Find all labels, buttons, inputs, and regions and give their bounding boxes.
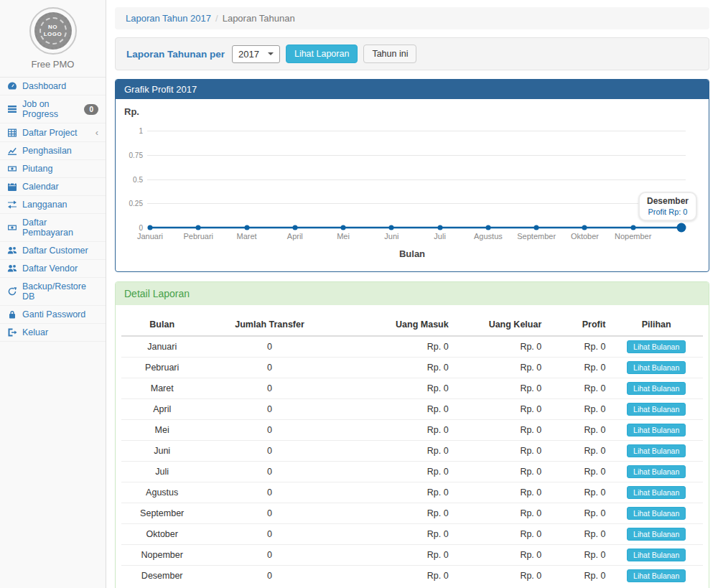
sidebar-item-label: Daftar Customer: [22, 246, 88, 256]
lihat-bulanan-button[interactable]: Lihat Bulanan: [627, 403, 686, 416]
cell-pilihan: Lihat Bulanan: [610, 545, 703, 566]
breadcrumb-link-laporan-tahun[interactable]: Laporan Tahun 2017: [126, 13, 211, 24]
chart-point-pebruari[interactable]: [196, 225, 201, 230]
cell-uang-keluar: Rp. 0: [453, 545, 546, 566]
cell-uang-keluar: Rp. 0: [453, 420, 546, 441]
lihat-bulanan-button[interactable]: Lihat Bulanan: [627, 382, 686, 395]
cell-profit: Rp. 0: [546, 378, 610, 399]
detail-laporan-panel-title: Detail Laporan: [116, 282, 709, 305]
sidebar-item-calendar[interactable]: Calendar: [0, 178, 106, 196]
lihat-bulanan-button[interactable]: Lihat Bulanan: [627, 569, 686, 582]
cell-pilihan: Lihat Bulanan: [610, 358, 703, 378]
chart-point-september[interactable]: [534, 225, 539, 230]
col-bulan: Bulan: [121, 314, 202, 336]
lihat-bulanan-button[interactable]: Lihat Bulanan: [627, 444, 686, 457]
sidebar-item-daftar-vendor[interactable]: Daftar Vendor: [0, 260, 106, 278]
cell-jumlah-transfer: 0: [202, 378, 336, 399]
cell-pilihan: Lihat Bulanan: [610, 503, 703, 524]
sidebar-item-label: Penghasilan: [22, 146, 72, 156]
cell-pilihan: Lihat Bulanan: [610, 441, 703, 462]
cell-pilihan: Lihat Bulanan: [610, 378, 703, 399]
cell-uang-masuk: Rp. 0: [337, 336, 453, 358]
chart-x-tick: Oktober: [571, 232, 599, 241]
sidebar-item-daftar-pembayaran[interactable]: Daftar Pembayaran: [0, 214, 106, 242]
chart-x-tick: Pebruari: [183, 232, 213, 241]
table-row: Nopember0Rp. 0Rp. 0Rp. 0Lihat Bulanan: [121, 545, 703, 566]
cell-bulan: Januari: [121, 336, 202, 358]
chart-point-maret[interactable]: [244, 225, 249, 230]
sidebar-item-label: Calendar: [22, 182, 59, 192]
chart-tooltip-value: Profit Rp: 0: [647, 207, 689, 216]
cell-jumlah-transfer: 0: [202, 441, 336, 462]
sidebar-item-label: Langganan: [22, 200, 67, 210]
cell-jumlah-transfer: 0: [202, 503, 336, 524]
chart-tooltip-title: Desember: [647, 196, 689, 206]
cell-uang-keluar: Rp. 0: [453, 378, 546, 399]
chart-point-agustus[interactable]: [485, 225, 490, 230]
cell-bulan: Mei: [121, 420, 202, 441]
chart-point-januari[interactable]: [148, 225, 153, 230]
dashboard-icon: [7, 81, 17, 91]
lihat-bulanan-button[interactable]: Lihat Bulanan: [627, 340, 686, 353]
chart-point-desember[interactable]: [677, 223, 686, 233]
lihat-bulanan-button[interactable]: Lihat Bulanan: [627, 549, 686, 561]
year-select-value: 2017: [238, 49, 259, 60]
sidebar-item-daftar-customer[interactable]: Daftar Customer: [0, 242, 106, 260]
table-row: Desember0Rp. 0Rp. 0Rp. 0Lihat Bulanan: [121, 566, 703, 587]
money-icon: [7, 223, 17, 233]
cell-uang-keluar: Rp. 0: [453, 358, 546, 378]
lihat-bulanan-button[interactable]: Lihat Bulanan: [627, 528, 686, 541]
chart-gridline: [147, 131, 686, 131]
table-row: Juli0Rp. 0Rp. 0Rp. 0Lihat Bulanan: [121, 462, 703, 482]
sidebar-item-backup-restore-db[interactable]: Backup/Restore DB: [0, 278, 106, 306]
sidebar-item-ganti-password[interactable]: Ganti Password: [0, 306, 106, 324]
sidebar-item-label: Piutang: [22, 164, 52, 174]
chart-x-axis-label: Bulan: [399, 248, 425, 259]
grafik-profit-panel-title: Grafik Profit 2017: [116, 80, 709, 99]
lihat-bulanan-button[interactable]: Lihat Bulanan: [627, 486, 686, 499]
lihat-bulanan-button[interactable]: Lihat Bulanan: [627, 424, 686, 437]
cell-uang-masuk: Rp. 0: [337, 441, 453, 462]
lihat-bulanan-button[interactable]: Lihat Bulanan: [627, 465, 686, 478]
sidebar-item-penghasilan[interactable]: Penghasilan: [0, 142, 106, 160]
chart-gridline: [147, 155, 686, 156]
cell-jumlah-transfer: 0: [202, 482, 336, 503]
chart-point-juni[interactable]: [389, 225, 394, 230]
chart-y-tick: 1: [121, 127, 143, 135]
tahun-ini-button[interactable]: Tahun ini: [363, 45, 416, 63]
table-row: Mei0Rp. 0Rp. 0Rp. 0Lihat Bulanan: [121, 420, 703, 441]
sidebar-menu: Dashboard Job on Progress 0 Daftar Proje…: [0, 78, 106, 342]
lock-icon: [7, 309, 17, 319]
sidebar-item-dashboard[interactable]: Dashboard: [0, 78, 106, 95]
lihat-bulanan-button[interactable]: Lihat Bulanan: [627, 361, 686, 374]
sidebar-item-daftar-project[interactable]: Daftar Project ‹: [0, 123, 106, 142]
lihat-bulanan-button[interactable]: Lihat Bulanan: [627, 507, 686, 520]
chart-point-oktober[interactable]: [582, 225, 587, 230]
sidebar-item-job-on-progress[interactable]: Job on Progress 0: [0, 95, 106, 123]
year-select[interactable]: 2017: [232, 45, 280, 63]
chart-y-tick: 0.25: [121, 200, 143, 207]
chart-point-mei[interactable]: [341, 225, 346, 230]
chart-point-juli[interactable]: [437, 225, 442, 230]
cell-pilihan: Lihat Bulanan: [610, 524, 703, 545]
breadcrumb-separator: /: [215, 13, 218, 24]
sidebar-item-langganan[interactable]: Langganan: [0, 196, 106, 214]
detail-laporan-panel: Detail Laporan Bulan Jumlah Transfer Uan…: [115, 281, 709, 588]
cell-profit: Rp. 0: [546, 524, 610, 545]
chart-point-april[interactable]: [292, 225, 297, 230]
cell-profit: Rp. 0: [546, 462, 610, 482]
brand-name: Free PMO: [4, 59, 101, 71]
sidebar-item-keluar[interactable]: Keluar: [0, 324, 106, 342]
cell-uang-keluar: Rp. 0: [453, 462, 546, 482]
table-row: Maret0Rp. 0Rp. 0Rp. 0Lihat Bulanan: [121, 378, 703, 399]
chart-x-tick: Juni: [384, 232, 398, 241]
cell-jumlah-transfer: 0: [202, 462, 336, 482]
chart-x-tick: Mei: [337, 232, 350, 241]
filter-label: Laporan Tahunan per: [126, 49, 225, 60]
chart-point-nopember[interactable]: [630, 225, 635, 230]
cell-bulan: September: [121, 503, 202, 524]
caret-down-icon: [268, 52, 274, 55]
table-row: Oktober0Rp. 0Rp. 0Rp. 0Lihat Bulanan: [121, 524, 703, 545]
lihat-laporan-button[interactable]: Lihat Laporan: [286, 45, 358, 63]
sidebar-item-piutang[interactable]: Piutang: [0, 160, 106, 178]
